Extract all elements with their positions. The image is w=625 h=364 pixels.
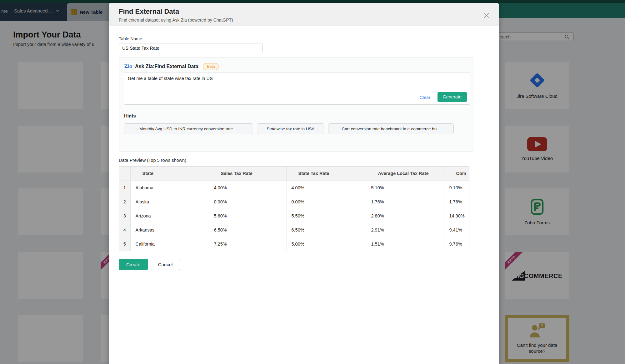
cell-state-tax: 5.00% [286, 237, 366, 251]
table-name-label: Table Name [119, 36, 142, 41]
generate-button[interactable]: Generate [438, 92, 467, 102]
cell-avg-local-tax: 1.51% [366, 237, 444, 251]
table-row: 5 California 7.25% 5.00% 1.51% 9.76% [119, 237, 469, 251]
cell-avg-local-tax: 2.91% [366, 223, 444, 237]
col-header-sales-tax: Sales Tax Rate [209, 167, 286, 181]
cell-state-tax: 4.00% [286, 181, 366, 195]
cell-combined: 9.76% [444, 237, 469, 251]
dialog-header: Find External Data Find external dataset… [109, 3, 499, 26]
cell-state-tax: 5.50% [286, 209, 366, 223]
cell-sales-tax: 5.60% [209, 209, 286, 223]
cell-combined: 9.41% [444, 223, 469, 237]
zia-logo-icon [124, 63, 132, 70]
cell-avg-local-tax: 5.10% [366, 181, 444, 195]
row-index: 3 [119, 209, 130, 223]
clear-button[interactable]: Clear [419, 95, 430, 100]
hint-chip-currency-conversion[interactable]: Monthly Avg USD to INR currency conversi… [124, 123, 253, 134]
cell-sales-tax: 0.00% [209, 195, 286, 209]
cell-state-tax: 0.00% [286, 195, 366, 209]
col-header-avg-local-tax: Average Local Tax Rate [366, 167, 444, 181]
row-index: 4 [119, 223, 130, 237]
ask-zia-title: Ask Zia:Find External Data [135, 64, 198, 69]
cell-state: Arizona [130, 209, 209, 223]
ask-zia-header: Ask Zia:Find External Data Beta [124, 63, 219, 70]
data-preview-label: Data Preview (Top 5 rows shown) [119, 158, 186, 163]
find-external-data-dialog: Find External Data Find external dataset… [109, 3, 499, 364]
cell-state: California [130, 237, 209, 251]
hint-chip-statewise-tax[interactable]: Statewise tax rate in USA [257, 123, 324, 134]
cell-combined: 1.76% [444, 195, 469, 209]
table-header-row: State Sales Tax Rate State Tax Rate Aver… [119, 167, 469, 181]
close-icon[interactable] [483, 12, 490, 19]
col-header-index [119, 167, 130, 181]
cell-sales-tax: 4.00% [209, 181, 286, 195]
zia-prompt-text: Get me a table of state wise tax rate in… [128, 76, 213, 81]
cell-avg-local-tax: 2.80% [366, 209, 444, 223]
cell-sales-tax: 7.25% [209, 237, 286, 251]
cell-state-tax: 6.50% [286, 223, 366, 237]
cell-state: Alabama [130, 181, 209, 195]
zia-prompt-textarea[interactable]: Get me a table of state wise tax rate in… [124, 72, 470, 105]
hints-label: Hints [124, 113, 136, 118]
ask-zia-panel: Ask Zia:Find External Data Beta Get me a… [119, 57, 474, 152]
row-index: 2 [119, 195, 130, 209]
cell-combined: 14.90% [444, 209, 469, 223]
table-name-input[interactable]: US State Tax Rate [119, 43, 262, 53]
col-header-state: State [130, 167, 209, 181]
beta-badge: Beta [203, 63, 219, 70]
col-header-combined: Com [444, 167, 469, 181]
table-row: 1 Alabama 4.00% 4.00% 5.10% 9.10% [119, 181, 469, 195]
cell-sales-tax: 6.50% [209, 223, 286, 237]
table-row: 3 Arizona 5.60% 5.50% 2.80% 14.90% [119, 209, 469, 223]
table-row: 2 Alaska 0.00% 0.00% 1.76% 1.76% [119, 195, 469, 209]
cell-state: Alaska [130, 195, 209, 209]
data-preview-table: State Sales Tax Rate State Tax Rate Aver… [119, 166, 469, 251]
row-index: 5 [119, 237, 130, 251]
cancel-button[interactable]: Cancel [151, 259, 180, 270]
table-row: 4 Arkansas 6.50% 6.50% 2.91% 9.41% [119, 223, 469, 237]
row-index: 1 [119, 181, 130, 195]
dialog-subtitle: Find external dataset using Ask Zia (pow… [119, 17, 233, 22]
create-button[interactable]: Create [119, 259, 148, 270]
hint-chip-cart-conversion[interactable]: Cart conversion rate benchmark in e-comm… [328, 123, 454, 134]
screen: me Sales Advanced ... New Table prise Ed… [0, 0, 625, 364]
col-header-state-tax: State Tax Rate [286, 167, 366, 181]
cell-state: Arkansas [130, 223, 209, 237]
dialog-title: Find External Data [119, 7, 179, 16]
cell-avg-local-tax: 1.76% [366, 195, 444, 209]
cell-combined: 9.10% [444, 181, 469, 195]
